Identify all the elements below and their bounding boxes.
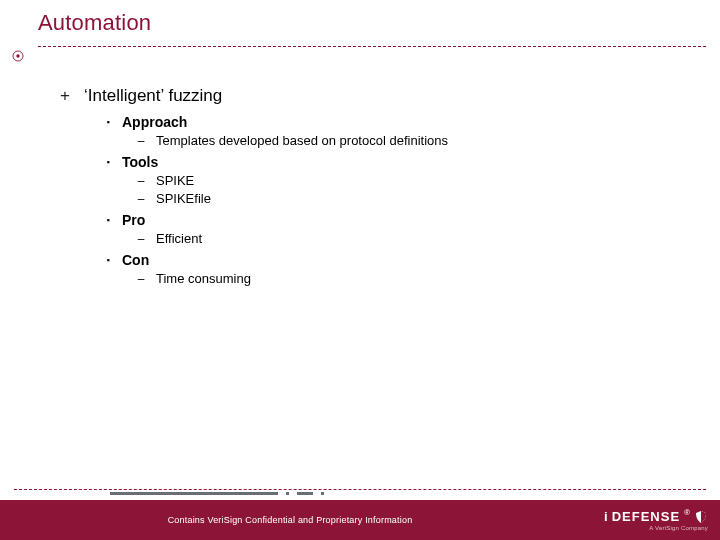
section-label: Approach xyxy=(122,114,187,130)
logo-subtext: A VeriSign Company xyxy=(649,525,708,531)
list-item: – SPIKEfile xyxy=(136,191,680,206)
section-label: Pro xyxy=(122,212,145,228)
section-header: ▪ Pro xyxy=(104,212,680,228)
logo-main: i DEFENSE ® xyxy=(604,509,708,524)
footer-accent-dot xyxy=(286,492,289,495)
dash-bullet-icon: – xyxy=(136,192,146,206)
svg-point-1 xyxy=(16,54,19,57)
section-header: ▪ Con xyxy=(104,252,680,268)
confidential-text: Contains VeriSign Confidential and Propr… xyxy=(0,500,580,540)
shield-icon xyxy=(694,510,708,524)
item-text: Templates developed based on protocol de… xyxy=(156,133,448,148)
section-label: Con xyxy=(122,252,149,268)
section-header: ▪ Tools xyxy=(104,154,680,170)
dash-bullet-icon: – xyxy=(136,134,146,148)
item-text: Time consuming xyxy=(156,271,251,286)
item-text: SPIKE xyxy=(156,173,194,188)
section-header: ▪ Approach xyxy=(104,114,680,130)
content-area: + ‘Intelligent’ fuzzing ▪ Approach – Tem… xyxy=(58,86,680,292)
list-item: – Efficient xyxy=(136,231,680,246)
heading-text: ‘Intelligent’ fuzzing xyxy=(84,86,222,106)
dash-bullet-icon: – xyxy=(136,174,146,188)
square-bullet-icon: ▪ xyxy=(104,158,112,167)
registered-icon: ® xyxy=(684,508,690,517)
footer-bar: Contains VeriSign Confidential and Propr… xyxy=(0,500,720,540)
section-label: Tools xyxy=(122,154,158,170)
footer: 12 Contains VeriSign Confidential and Pr… xyxy=(0,489,720,540)
footer-accent-bar xyxy=(297,492,313,495)
radial-bullet-icon xyxy=(12,50,24,62)
section-pro: ▪ Pro – Efficient xyxy=(58,212,680,246)
footer-accent-dot xyxy=(321,492,324,495)
heading-marker: + xyxy=(58,86,72,106)
dash-bullet-icon: – xyxy=(136,272,146,286)
section-tools: ▪ Tools – SPIKE – SPIKEfile xyxy=(58,154,680,206)
slide-title: Automation xyxy=(38,10,706,36)
section-con: ▪ Con – Time consuming xyxy=(58,252,680,286)
title-divider xyxy=(38,46,706,47)
footer-dashed-line xyxy=(14,489,706,490)
list-item: – Time consuming xyxy=(136,271,680,286)
footer-accent-bar xyxy=(110,492,278,495)
title-area: Automation xyxy=(38,10,706,36)
list-item: – SPIKE xyxy=(136,173,680,188)
list-item: – Templates developed based on protocol … xyxy=(136,133,680,148)
item-text: Efficient xyxy=(156,231,202,246)
dash-bullet-icon: – xyxy=(136,232,146,246)
section-approach: ▪ Approach – Templates developed based o… xyxy=(58,114,680,148)
heading-row: + ‘Intelligent’ fuzzing xyxy=(58,86,680,106)
square-bullet-icon: ▪ xyxy=(104,256,112,265)
item-text: SPIKEfile xyxy=(156,191,211,206)
square-bullet-icon: ▪ xyxy=(104,118,112,127)
logo-text: DEFENSE xyxy=(612,509,680,524)
square-bullet-icon: ▪ xyxy=(104,216,112,225)
footer-accent-row xyxy=(14,489,706,496)
slide: Automation + ‘Intelligent’ fuzzing ▪ App… xyxy=(0,0,720,540)
logo-i: i xyxy=(604,509,608,524)
idefense-logo: i DEFENSE ® A VeriSign Company xyxy=(604,500,708,540)
